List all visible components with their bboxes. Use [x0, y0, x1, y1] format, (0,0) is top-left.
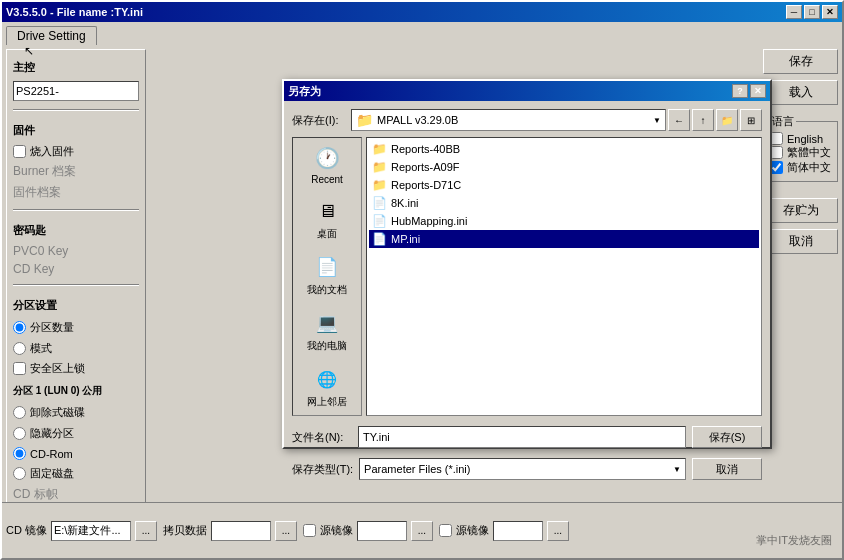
- network-icon: 🌐: [313, 365, 341, 393]
- dialog-help-button[interactable]: ?: [732, 84, 748, 98]
- my-documents-icon: 📄: [313, 253, 341, 281]
- english-label: English: [787, 133, 823, 145]
- main-window: V3.5.5.0 - File name :TY.ini ─ □ ✕ ↖ Dri…: [0, 0, 844, 560]
- source-image-checkbox-2[interactable]: [439, 524, 452, 537]
- partition-label: 分区设置: [13, 298, 139, 313]
- file-name-5: MP.ini: [391, 233, 420, 245]
- nav-my-documents[interactable]: 📄 我的文档: [293, 247, 361, 303]
- removable-disk-item: 卸除式磁碟: [13, 405, 139, 420]
- source-image-input[interactable]: [357, 521, 407, 541]
- dialog-save-button[interactable]: 保存(S): [692, 426, 762, 448]
- folder-icon-2: 📁: [371, 177, 387, 193]
- cancel-button[interactable]: 取消: [763, 229, 838, 254]
- up-button[interactable]: ↑: [692, 109, 714, 131]
- filename-input-wrap: [358, 426, 686, 448]
- nav-recent[interactable]: 🕐 Recent: [293, 138, 361, 191]
- divider-1: [13, 109, 139, 111]
- nav-my-computer-label: 我的电脑: [307, 339, 347, 353]
- fixed-disk-radio[interactable]: [13, 467, 26, 480]
- mode-radio[interactable]: [13, 342, 26, 355]
- nav-recent-label: Recent: [311, 174, 343, 185]
- source-image-browse-btn-2[interactable]: ...: [547, 521, 569, 541]
- dialog-cancel-button[interactable]: 取消: [692, 458, 762, 480]
- file-icon-5: 📄: [371, 231, 387, 247]
- file-icon-3: 📄: [371, 195, 387, 211]
- cd-image-input[interactable]: [51, 521, 131, 541]
- file-item-1[interactable]: 📁 Reports-A09F: [369, 158, 759, 176]
- minimize-button[interactable]: ─: [786, 5, 802, 19]
- simplified-chinese-item: 简体中文: [770, 160, 831, 175]
- file-name-1: Reports-A09F: [391, 161, 459, 173]
- drive-setting-tab[interactable]: Drive Setting: [6, 26, 97, 45]
- file-item-5[interactable]: 📄 MP.ini: [369, 230, 759, 248]
- save-location-controls: 📁 MPALL v3.29.0B ▼ ← ↑ 📁 ⊞: [351, 109, 762, 131]
- source-image-checkbox[interactable]: [303, 524, 316, 537]
- file-item-3[interactable]: 📄 8K.ini: [369, 194, 759, 212]
- bottom-area: CD 镜像 ... 拷贝数据 ... 源镜像 ... 源镜像 ...: [2, 502, 842, 558]
- back-button[interactable]: ←: [668, 109, 690, 131]
- fixed-disk-item: 固定磁盘: [13, 466, 139, 481]
- save-location-label: 保存在(I):: [292, 113, 347, 128]
- fixed-disk-label: 固定磁盘: [30, 466, 74, 481]
- save-location-dropdown[interactable]: 📁 MPALL v3.29.0B ▼: [351, 109, 666, 131]
- file-name-0: Reports-40BB: [391, 143, 460, 155]
- tab-bar: ↖ Drive Setting: [2, 22, 842, 45]
- save-button[interactable]: 保存: [763, 49, 838, 74]
- simplified-chinese-label: 简体中文: [787, 160, 831, 175]
- hidden-partition-radio[interactable]: [13, 427, 26, 440]
- main-label: 主控: [13, 60, 139, 75]
- copy-data-label: 拷贝数据: [163, 523, 207, 538]
- nav-my-computer[interactable]: 💻 我的电脑: [293, 303, 361, 359]
- copy-data-field: 拷贝数据 ...: [163, 507, 297, 554]
- source-image-browse-btn[interactable]: ...: [411, 521, 433, 541]
- main-content-area: 主控 固件 烧入固件 Burner 档案 固件档案 密码匙 PVC0 Key C…: [2, 45, 842, 549]
- nav-network[interactable]: 🌐 网上邻居: [293, 359, 361, 415]
- dialog-nav-panel: 🕐 Recent 🖥 桌面 📄 我的文档: [292, 137, 362, 416]
- nav-network-label: 网上邻居: [307, 395, 347, 409]
- main-input[interactable]: [13, 81, 139, 101]
- partition1-label: 分区 1 (LUN 0) 公用: [13, 384, 139, 398]
- maximize-button[interactable]: □: [804, 5, 820, 19]
- source-image-field: 源镜像 ...: [303, 507, 433, 554]
- watermark: 掌中IT发烧友圈: [756, 533, 832, 548]
- copy-data-input[interactable]: [211, 521, 271, 541]
- file-item-0[interactable]: 📁 Reports-40BB: [369, 140, 759, 158]
- filetype-value: Parameter Files (*.ini): [364, 463, 470, 475]
- cd-rom-item: CD-Rom: [13, 447, 139, 460]
- cd-image-browse-btn[interactable]: ...: [135, 521, 157, 541]
- english-item: English: [770, 132, 831, 145]
- partition-count-radio[interactable]: [13, 321, 26, 334]
- save-as-button[interactable]: 存贮为: [763, 198, 838, 223]
- cd-key-label: CD Key: [13, 262, 139, 276]
- filetype-label: 保存类型(T):: [292, 462, 353, 477]
- load-button[interactable]: 载入: [763, 80, 838, 105]
- safe-lock-checkbox[interactable]: [13, 362, 26, 375]
- cd-rom-radio[interactable]: [13, 447, 26, 460]
- file-item-4[interactable]: 📄 HubMapping.ini: [369, 212, 759, 230]
- divider-2: [13, 209, 139, 211]
- nav-my-documents-label: 我的文档: [307, 283, 347, 297]
- dialog-close-button[interactable]: ✕: [750, 84, 766, 98]
- cd-image-bottom-label: CD 镜像: [6, 523, 47, 538]
- desktop-icon: 🖥: [313, 197, 341, 225]
- view-button[interactable]: ⊞: [740, 109, 762, 131]
- cd-image-field: CD 镜像 ...: [6, 507, 157, 554]
- filetype-dropdown[interactable]: Parameter Files (*.ini) ▼: [359, 458, 686, 480]
- burn-firmware-checkbox[interactable]: [13, 145, 26, 158]
- filetype-input-wrap: Parameter Files (*.ini) ▼: [359, 458, 686, 480]
- divider-3: [13, 284, 139, 286]
- source-image-label: 源镜像: [320, 523, 353, 538]
- filetype-row: 保存类型(T): Parameter Files (*.ini) ▼ 取消: [292, 458, 762, 480]
- copy-data-browse-btn[interactable]: ...: [275, 521, 297, 541]
- file-list[interactable]: 📁 Reports-40BB 📁 Reports-A09F 📁 Reports-…: [366, 137, 762, 416]
- filename-input[interactable]: [358, 426, 686, 448]
- new-folder-button[interactable]: 📁: [716, 109, 738, 131]
- source-image-input-2[interactable]: [493, 521, 543, 541]
- hidden-partition-label: 隐藏分区: [30, 426, 74, 441]
- removable-disk-label: 卸除式磁碟: [30, 405, 85, 420]
- file-item-2[interactable]: 📁 Reports-D71C: [369, 176, 759, 194]
- folder-icon: 📁: [356, 112, 373, 128]
- nav-desktop[interactable]: 🖥 桌面: [293, 191, 361, 247]
- removable-disk-radio[interactable]: [13, 406, 26, 419]
- close-button[interactable]: ✕: [822, 5, 838, 19]
